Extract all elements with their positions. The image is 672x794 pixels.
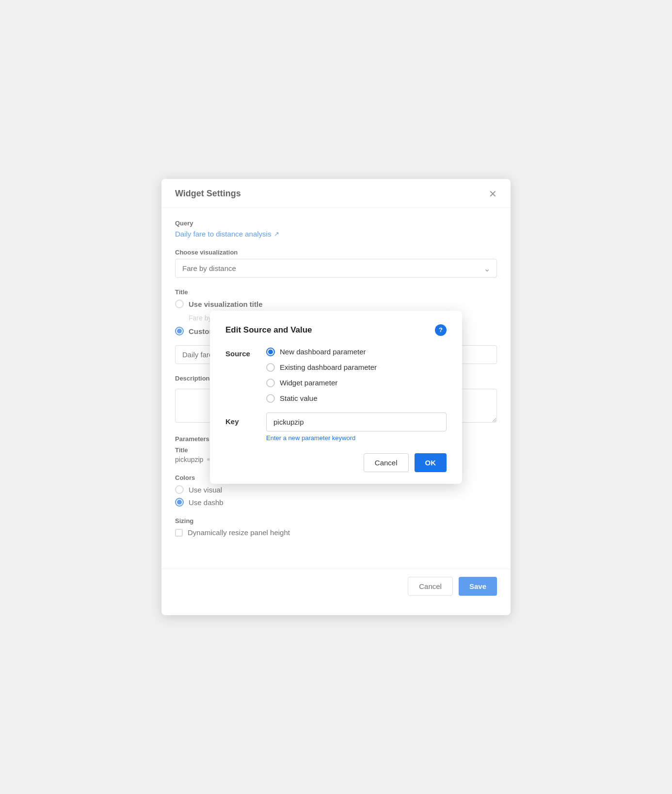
dialog-title: Edit Source and Value <box>225 325 312 335</box>
edit-source-dialog: Edit Source and Value ? Source New dashb… <box>210 311 462 484</box>
source-radio-0[interactable] <box>266 348 275 356</box>
key-label: Key <box>225 413 255 426</box>
dialog-footer: Cancel OK <box>225 453 447 472</box>
source-radio-label-2: Widget parameter <box>280 379 337 387</box>
source-radio-label-1: Existing dashboard parameter <box>280 363 377 371</box>
key-input-wrap: Enter a new parameter keyword <box>266 413 447 442</box>
key-hint: Enter a new parameter keyword <box>266 434 447 442</box>
source-option-1[interactable]: Existing dashboard parameter <box>266 363 377 372</box>
dialog-cancel-button[interactable]: Cancel <box>364 453 409 472</box>
dialog-ok-button[interactable]: OK <box>415 453 447 472</box>
source-radio-label-0: New dashboard parameter <box>280 348 366 356</box>
source-radio-group: New dashboard parameter Existing dashboa… <box>266 348 377 403</box>
source-option-3[interactable]: Static value <box>266 394 377 403</box>
source-radio-label-3: Static value <box>280 394 318 402</box>
source-row: Source New dashboard parameter Existing … <box>225 348 447 403</box>
widget-settings-panel: Widget Settings ✕ Query Daily fare to di… <box>161 179 511 615</box>
source-option-0[interactable]: New dashboard parameter <box>266 348 377 356</box>
source-radio-2[interactable] <box>266 379 275 387</box>
source-option-2[interactable]: Widget parameter <box>266 379 377 387</box>
source-label: Source <box>225 348 255 358</box>
help-icon[interactable]: ? <box>435 324 447 336</box>
key-input[interactable] <box>266 413 447 431</box>
dialog-overlay: Edit Source and Value ? Source New dashb… <box>161 179 511 615</box>
source-radio-3[interactable] <box>266 394 275 403</box>
source-radio-1[interactable] <box>266 363 275 372</box>
key-row: Key Enter a new parameter keyword <box>225 413 447 442</box>
dialog-header: Edit Source and Value ? <box>225 324 447 336</box>
